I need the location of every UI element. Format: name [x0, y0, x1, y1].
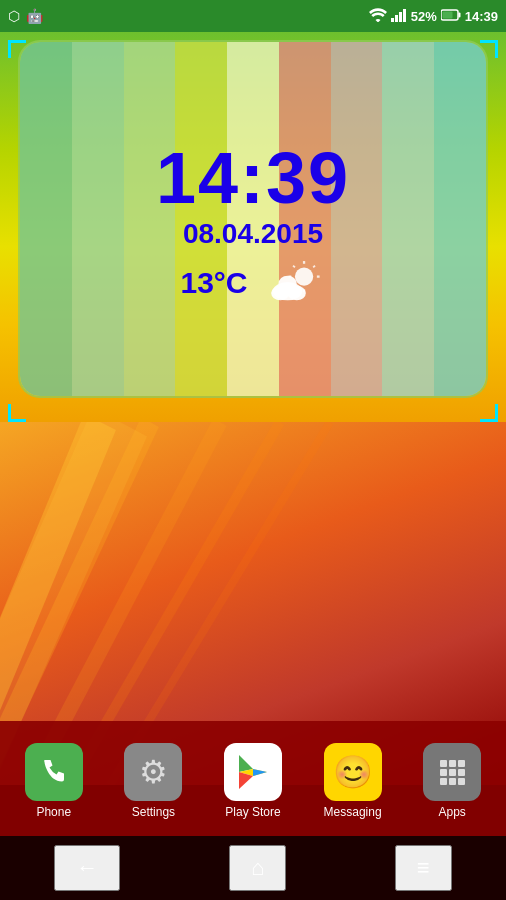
dock-item-messaging[interactable]: 😊 Messaging	[310, 743, 395, 819]
svg-rect-33	[440, 778, 447, 785]
nav-bar: ← ⌂ ≡	[0, 836, 506, 900]
bar-1	[20, 42, 72, 396]
dock: Phone ⚙ Settings Play Store 😊	[0, 721, 506, 836]
menu-button[interactable]: ≡	[395, 845, 452, 891]
svg-rect-34	[449, 778, 456, 785]
svg-rect-27	[440, 760, 447, 767]
dock-item-settings[interactable]: ⚙ Settings	[111, 743, 196, 819]
phone-label: Phone	[36, 805, 71, 819]
dock-item-phone[interactable]: Phone	[11, 743, 96, 819]
widget-area: 14:39 08.04.2015 13°C	[0, 32, 506, 422]
home-button[interactable]: ⌂	[229, 845, 286, 891]
battery-icon	[441, 8, 461, 24]
clock-weather: 13°C	[156, 260, 350, 306]
weather-icon	[262, 260, 326, 306]
svg-rect-1	[395, 15, 398, 22]
status-bar: ⬡ 🤖 52% 14:39	[0, 0, 506, 32]
svg-point-7	[294, 267, 312, 285]
svg-line-12	[293, 266, 295, 268]
messaging-icon: 😊	[324, 743, 382, 801]
svg-rect-29	[458, 760, 465, 767]
clock-time: 14:39	[156, 142, 350, 214]
corner-accent-tr	[480, 40, 498, 58]
status-right-icons: 52% 14:39	[369, 8, 498, 25]
usb-icon: ⬡	[8, 8, 20, 24]
svg-rect-35	[458, 778, 465, 785]
wifi-icon	[369, 8, 387, 25]
svg-point-18	[278, 276, 296, 292]
svg-rect-6	[442, 12, 452, 19]
bar-2	[72, 42, 124, 396]
corner-accent-br	[480, 404, 498, 422]
dock-item-playstore[interactable]: Play Store	[210, 743, 295, 819]
svg-rect-3	[403, 9, 406, 22]
clock-date: 08.04.2015	[156, 218, 350, 250]
messaging-label: Messaging	[324, 805, 382, 819]
corner-accent-tl	[8, 40, 26, 58]
apps-icon	[423, 743, 481, 801]
back-button[interactable]: ←	[54, 845, 120, 891]
svg-rect-2	[399, 12, 402, 22]
svg-rect-31	[449, 769, 456, 776]
settings-icon: ⚙	[124, 743, 182, 801]
battery-percent: 52%	[411, 9, 437, 24]
android-icon: 🤖	[26, 8, 43, 24]
clock-temperature: 13°C	[180, 266, 247, 300]
bar-9	[434, 42, 486, 396]
signal-icon	[391, 8, 407, 25]
phone-icon	[25, 743, 83, 801]
playstore-icon	[224, 743, 282, 801]
svg-line-13	[313, 266, 315, 268]
apps-label: Apps	[438, 805, 465, 819]
svg-rect-30	[440, 769, 447, 776]
dock-item-apps[interactable]: Apps	[410, 743, 495, 819]
corner-accent-bl	[8, 404, 26, 422]
playstore-label: Play Store	[225, 805, 280, 819]
clock-widget[interactable]: 14:39 08.04.2015 13°C	[18, 40, 488, 398]
svg-rect-32	[458, 769, 465, 776]
clock-status: 14:39	[465, 9, 498, 24]
svg-rect-28	[449, 760, 456, 767]
svg-rect-5	[458, 13, 460, 18]
status-left-icons: ⬡ 🤖	[8, 8, 43, 24]
svg-rect-0	[391, 18, 394, 22]
settings-label: Settings	[132, 805, 175, 819]
bar-8	[382, 42, 434, 396]
wallpaper: 14:39 08.04.2015 13°C	[0, 32, 506, 785]
clock-content: 14:39 08.04.2015 13°C	[156, 142, 350, 306]
